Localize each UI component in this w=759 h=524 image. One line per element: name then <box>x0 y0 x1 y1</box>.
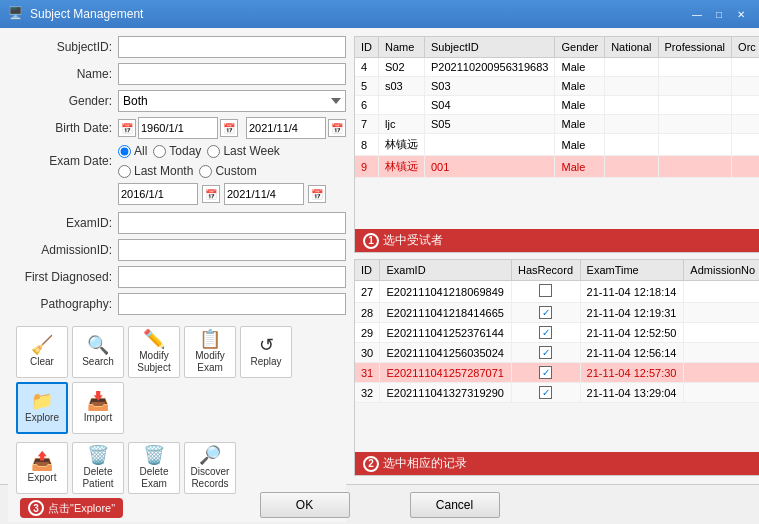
left-panel: SubjectID: Name: Gender: Both Male Femal… <box>8 36 346 476</box>
cell-orc <box>732 77 759 96</box>
cell-id: 6 <box>355 96 379 115</box>
examdate-to-input[interactable] <box>224 183 304 205</box>
radio-today-label: Today <box>169 144 201 158</box>
examdate-from-cal[interactable]: 📅 <box>202 185 220 203</box>
col-gender: Gender <box>555 37 605 58</box>
discover-records-icon: 🔎 <box>199 446 221 464</box>
col-national: National <box>605 37 658 58</box>
birthdate-to-input[interactable] <box>246 117 326 139</box>
cell-subjectid <box>425 134 555 156</box>
cell-examid: E202111041256035024 <box>380 343 512 363</box>
radio-today[interactable]: Today <box>153 144 201 158</box>
cell-gender: Male <box>555 58 605 77</box>
table-row[interactable]: 31 E202111041257287071 21-11-04 12:57:30 <box>355 363 759 383</box>
cancel-button[interactable]: Cancel <box>410 492 500 518</box>
top-table-scroll[interactable]: ID Name SubjectID Gender National Profes… <box>355 37 759 229</box>
exams-table: ID ExamID HasRecord ExamTime AdmissionNo… <box>355 260 759 403</box>
table-row[interactable]: 32 E202111041327319290 21-11-04 13:29:04 <box>355 383 759 403</box>
cell-id: 4 <box>355 58 379 77</box>
pathography-input[interactable] <box>118 293 346 315</box>
replay-button[interactable]: ↺ Replay <box>240 326 292 378</box>
table-row[interactable]: 6 S04 Male <box>355 96 759 115</box>
examdate-range-row: 📅 📅 <box>118 183 346 205</box>
table-row[interactable]: 5 s03 S03 Male <box>355 77 759 96</box>
cell-orc <box>732 58 759 77</box>
firstdiagnosed-row: First Diagnosed: <box>8 266 346 288</box>
radio-last-week[interactable]: Last Week <box>207 144 279 158</box>
admissionid-label: AdmissionID: <box>8 243 118 257</box>
admissionid-input[interactable] <box>118 239 346 261</box>
cell-examtime: 21-11-04 13:29:04 <box>580 383 684 403</box>
radio-custom[interactable]: Custom <box>199 164 256 178</box>
clear-button[interactable]: 🧹 Clear <box>16 326 68 378</box>
replay-icon: ↺ <box>259 336 274 354</box>
subjectid-input[interactable] <box>118 36 346 58</box>
cell-id: 27 <box>355 281 380 303</box>
gender-select[interactable]: Both Male Female <box>118 90 346 112</box>
bottom-table-wrapper: ID ExamID HasRecord ExamTime AdmissionNo… <box>354 259 759 476</box>
table-row[interactable]: 9 林镇远 001 Male <box>355 156 759 178</box>
examdate-to-cal[interactable]: 📅 <box>308 185 326 203</box>
checkbox <box>539 326 552 339</box>
cell-name: S02 <box>379 58 425 77</box>
maximize-button[interactable]: □ <box>709 6 729 22</box>
cell-name: 林镇远 <box>379 134 425 156</box>
cell-hasrecord <box>511 383 580 403</box>
annotation-3-text: 点击"Explore" <box>48 501 115 516</box>
import-button[interactable]: 📥 Import <box>72 382 124 434</box>
table-row[interactable]: 8 林镇远 Male <box>355 134 759 156</box>
cell-id: 5 <box>355 77 379 96</box>
gender-row: Gender: Both Male Female <box>8 90 346 112</box>
name-row: Name: <box>8 63 346 85</box>
cell-admissionno <box>684 363 759 383</box>
modify-subject-label: Modify Subject <box>131 350 177 374</box>
export-button[interactable]: 📤 Export <box>16 442 68 494</box>
cell-national <box>605 58 658 77</box>
cell-id: 31 <box>355 363 380 383</box>
birthdate-from-cal[interactable]: 📅 <box>220 119 238 137</box>
delete-exam-button[interactable]: 🗑️ Delete Exam <box>128 442 180 494</box>
examid-input[interactable] <box>118 212 346 234</box>
cell-professional <box>658 77 732 96</box>
col-admissionno: AdmissionNo <box>684 260 759 281</box>
cell-examid: E202111041218069849 <box>380 281 512 303</box>
examdate-row: Exam Date: All Today Last Week Last Mont… <box>8 144 346 178</box>
examid-label: ExamID: <box>8 216 118 230</box>
checkbox <box>539 366 552 379</box>
explore-button[interactable]: 📁 Explore <box>16 382 68 434</box>
cell-gender: Male <box>555 134 605 156</box>
name-input[interactable] <box>118 63 346 85</box>
birthdate-to-cal[interactable]: 📅 <box>328 119 346 137</box>
table-row[interactable]: 27 E202111041218069849 21-11-04 12:18:14 <box>355 281 759 303</box>
table-row[interactable]: 30 E202111041256035024 21-11-04 12:56:14 <box>355 343 759 363</box>
modify-subject-button[interactable]: ✏️ Modify Subject <box>128 326 180 378</box>
discover-records-button[interactable]: 🔎 Discover Records <box>184 442 236 494</box>
examdate-radio-group: All Today Last Week Last Month Custom <box>118 144 346 178</box>
ok-button[interactable]: OK <box>260 492 350 518</box>
minimize-button[interactable]: — <box>687 6 707 22</box>
cell-gender: Male <box>555 115 605 134</box>
cell-orc <box>732 96 759 115</box>
cell-examid: E202111041218414665 <box>380 303 512 323</box>
pathography-row: Pathography: <box>8 293 346 315</box>
radio-last-month[interactable]: Last Month <box>118 164 193 178</box>
bottom-table-scroll[interactable]: ID ExamID HasRecord ExamTime AdmissionNo… <box>355 260 759 452</box>
table-row[interactable]: 4 S02 P202110200956319683 Male <box>355 58 759 77</box>
table-row[interactable]: 7 ljc S05 Male <box>355 115 759 134</box>
close-button[interactable]: ✕ <box>731 6 751 22</box>
cell-national <box>605 96 658 115</box>
radio-all[interactable]: All <box>118 144 147 158</box>
examdate-from-input[interactable] <box>118 183 198 205</box>
cell-id: 30 <box>355 343 380 363</box>
cell-subjectid: P202110200956319683 <box>425 58 555 77</box>
modify-exam-button[interactable]: 📋 Modify Exam <box>184 326 236 378</box>
cell-hasrecord <box>511 281 580 303</box>
table-row[interactable]: 29 E202111041252376144 21-11-04 12:52:50 <box>355 323 759 343</box>
firstdiagnosed-input[interactable] <box>118 266 346 288</box>
search-button[interactable]: 🔍 Search <box>72 326 124 378</box>
pathography-label: Pathography: <box>8 297 118 311</box>
birthdate-from-icon[interactable]: 📅 <box>118 119 136 137</box>
delete-patient-button[interactable]: 🗑️ Delete Patient <box>72 442 124 494</box>
table-row[interactable]: 28 E202111041218414665 21-11-04 12:19:31 <box>355 303 759 323</box>
birthdate-from-input[interactable] <box>138 117 218 139</box>
